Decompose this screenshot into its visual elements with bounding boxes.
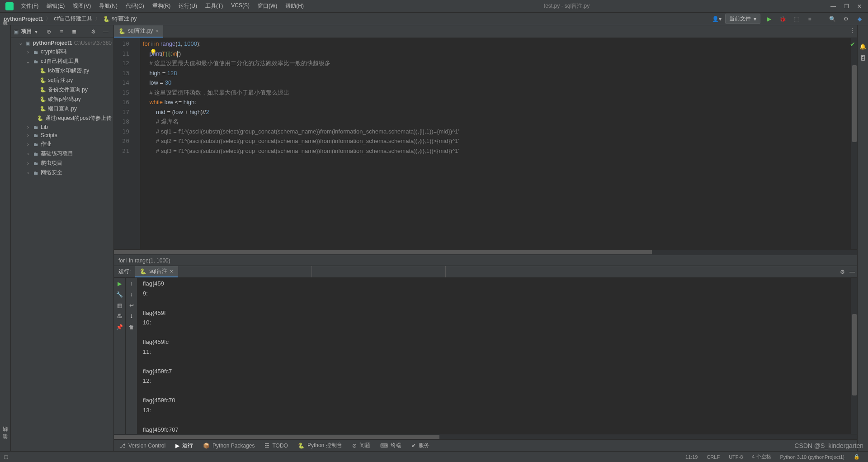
bottom-tool-play[interactable]: ▶运行 [175,442,193,449]
menu-vcs[interactable]: VCS(S) [227,1,253,11]
tree-item[interactable]: ›🖿Lib [11,123,113,131]
tree-project-root[interactable]: ⌄▣ pythonProject1 C:\Users\37380 [11,39,113,47]
scroll-to-end-icon[interactable]: ⤓ [129,313,134,319]
breadcrumb-root[interactable]: pythonProject1 [4,16,43,22]
project-tree[interactable]: ⌄▣ pythonProject1 C:\Users\37380 ›🖿crypt… [11,38,113,451]
run-config-selector[interactable]: 当前文件 ▾ [725,14,760,24]
status-toggle-icon[interactable]: ▢ [4,454,8,460]
tree-item[interactable]: ›🖿Scripts [11,131,113,139]
tree-item[interactable]: ›🖿网络安全 [11,168,113,177]
bottom-tool-services[interactable]: ✔服务 [411,442,429,449]
tree-item[interactable]: 🐍lsb盲水印解密.py [11,66,113,76]
bottom-tool-terminal[interactable]: ⌨终端 [380,442,401,449]
soft-wrap-icon[interactable]: ↩ [129,302,134,309]
status-eol[interactable]: CRLF [702,454,724,460]
menu-view[interactable]: 视图(V) [69,1,94,11]
menu-tools[interactable]: 工具(T) [202,1,226,11]
notifications-icon[interactable]: 🔔 [859,43,866,50]
scrollbar-thumb[interactable] [114,435,439,439]
tree-item[interactable]: 🐍破解js密码.py [11,95,113,104]
python-file-icon: 🐍 [103,16,110,22]
user-icon[interactable]: 👤▾ [712,14,722,24]
trash-icon[interactable]: 🗑 [129,324,134,330]
editor-tab[interactable]: 🐍 sql盲注.py × [114,25,163,38]
scrollbar-thumb[interactable] [852,314,857,395]
breadcrumb-file[interactable]: sql盲注.py [112,15,137,23]
gear-icon[interactable]: ⚙ [88,27,98,37]
minimize-icon[interactable]: ― [830,3,836,10]
gear-icon[interactable]: ⚙ [837,267,847,277]
code-content[interactable]: for i in range(1, 1000): print(f'{i}:\n'… [140,38,857,249]
bottom-tool-branch[interactable]: ⎇Version Control [119,442,165,449]
tab-menu-icon[interactable]: ⋮ [847,25,857,35]
wrench-icon[interactable]: 🔧 [116,291,123,298]
tree-item[interactable]: ›🖿作业 [11,139,113,149]
chevron-right-icon: 〉 [46,15,51,23]
hide-icon[interactable]: — [101,27,111,37]
maximize-icon[interactable]: ❐ [844,3,849,10]
expand-all-icon[interactable]: ≡ [57,27,66,37]
code-with-me-icon[interactable]: ◆ [854,14,864,24]
bottom-tool-pyconsole[interactable]: 🐍Python 控制台 [298,442,342,449]
database-icon[interactable]: 🗄 [860,55,866,62]
up-icon[interactable]: ↑ [130,281,133,287]
lock-icon[interactable]: 🔒 [849,454,864,460]
locate-icon[interactable]: ⊕ [44,27,54,37]
run-button[interactable]: ▶ [764,14,774,24]
tree-item[interactable]: 🐍sql盲注.py [11,76,113,85]
tool-project[interactable]: 项目 [2,27,9,31]
menu-window[interactable]: 窗口(W) [254,1,281,11]
console-vscrollbar[interactable] [851,278,857,434]
down-icon[interactable]: ↓ [130,291,133,298]
run-tab[interactable]: 🐍 sql盲注 × [135,266,177,277]
collapse-all-icon[interactable]: ≣ [69,27,79,37]
bottom-tool-pkg[interactable]: 📦Python Packages [203,442,255,449]
tree-item[interactable]: 🐍备份文件查询.py [11,85,113,95]
close-icon[interactable]: ✕ [857,3,862,10]
menu-code[interactable]: 代码(C) [122,1,148,11]
menu-navigate[interactable]: 导航(N) [95,1,121,11]
bottom-tool-problem[interactable]: ⊘问题 [352,442,370,449]
stop-button[interactable]: ■ [805,14,815,24]
tree-item[interactable]: ›🖿爬虫项目 [11,158,113,168]
scrollbar-thumb[interactable] [852,65,857,142]
status-indent[interactable]: 4 个空格 [747,453,775,460]
console-output[interactable]: flag{4599: flag{459f10: flag{459fc11: fl… [137,278,857,434]
debug-button[interactable]: 🐞 [778,14,788,24]
status-interpreter[interactable]: Python 3.10 (pythonProject1) [776,454,849,460]
scrollbar-thumb[interactable] [114,250,652,254]
tool-bookmarks[interactable]: 书签 [2,441,9,445]
chevron-down-icon[interactable]: ▾ [35,29,38,35]
menu-file[interactable]: 文件(F) [17,1,42,11]
console-hscrollbar[interactable] [114,434,857,439]
coverage-button[interactable]: ⬚ [791,14,801,24]
layout-icon[interactable]: ▦ [117,302,122,309]
status-encoding[interactable]: UTF-8 [724,454,747,460]
status-caret-pos[interactable]: 11:19 [681,454,703,460]
menu-refactor[interactable]: 重构(R) [149,1,175,11]
bottom-tool-todo[interactable]: ☲TODO [264,442,288,449]
breadcrumb-folder[interactable]: ctf自己搭建工具 [54,15,92,23]
tree-item[interactable]: ›🖿基础练习项目 [11,149,113,158]
rerun-icon[interactable]: ▶ [118,281,122,287]
pin-icon[interactable]: 📌 [116,324,123,330]
fold-gutter[interactable]: 💡 [134,38,140,249]
tree-item[interactable]: ⌄🖿ctf自己搭建工具 [11,57,113,66]
tree-item[interactable]: 🐍端口查询.py [11,104,113,114]
tree-item[interactable]: ›🖿crypto解码 [11,47,113,57]
terminal-icon: ⌨ [380,443,388,449]
settings-icon[interactable]: ⚙ [841,14,851,24]
tree-item[interactable]: 🐍通过request的post传参上传 [11,114,113,123]
editor-hscrollbar[interactable] [114,249,857,255]
tool-structure[interactable]: 结构 [2,434,9,438]
close-tab-icon[interactable]: × [170,268,173,275]
code-editor[interactable]: 101112131415161718192021 💡 for i in rang… [114,38,857,249]
hide-icon[interactable]: — [847,267,857,277]
editor-vscrollbar[interactable]: ✔ [851,38,857,249]
menu-help[interactable]: 帮助(H) [282,1,307,11]
menu-edit[interactable]: 编辑(E) [43,1,68,11]
menu-run[interactable]: 运行(U) [175,1,201,11]
print-icon[interactable]: 🖶 [117,313,123,319]
close-tab-icon[interactable]: × [156,28,159,34]
search-icon[interactable]: 🔍 [827,14,837,24]
